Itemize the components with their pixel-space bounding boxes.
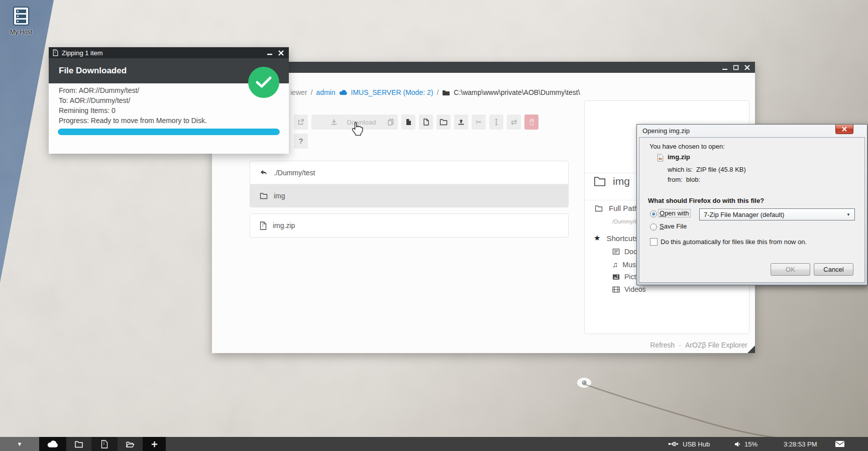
zipping-window: Zipping 1 item File Downloaded From: AOR… (49, 47, 289, 154)
firefox-opening-dialog: Opening img.zip You have chosen to open:… (636, 124, 867, 285)
from-line: From: AOR://Dummy/test/ (59, 86, 139, 94)
dialog-body: You have chosen to open: img.zip which i… (639, 137, 865, 283)
full-path-label: Full Path (609, 204, 638, 212)
list-item-img-folder[interactable]: img (250, 184, 568, 207)
rename-button[interactable] (489, 115, 503, 130)
help-button[interactable]: ? (294, 134, 308, 149)
speaker-icon (734, 441, 741, 447)
copy-button[interactable] (384, 115, 398, 130)
check-icon (255, 76, 272, 89)
taskbar-usb[interactable]: USB Hub (668, 437, 710, 451)
file-name: img.zip (668, 153, 690, 161)
save-file-radio[interactable] (650, 223, 657, 231)
zip-file-icon (657, 154, 664, 162)
save-text: ave File (664, 222, 687, 230)
do-automatically-label[interactable]: Do this automatically for files like thi… (661, 238, 807, 246)
explorer-titlebar[interactable] (212, 62, 755, 73)
app-name: ArOZβ File Explorer (685, 341, 747, 349)
list-item-img-zip[interactable]: img.zip (250, 214, 568, 237)
list-item-parent-dir[interactable]: ./Dummy/test (250, 161, 568, 184)
taskbar-item-open-folder[interactable] (118, 437, 143, 451)
open-with-label[interactable]: Open with (659, 209, 690, 217)
file-name: ./Dummy/test (274, 169, 315, 177)
to-line: To: AOR://Dummy/test/ (59, 96, 130, 104)
taskbar-volume[interactable]: 15% (734, 437, 757, 451)
open-external-button[interactable] (294, 115, 308, 130)
folder-icon (595, 205, 603, 212)
cancel-button[interactable]: Cancel (814, 263, 853, 276)
taskbar-item-new[interactable] (143, 437, 166, 451)
upload-button[interactable] (454, 115, 468, 130)
clock-value: 3:28:53 PM (784, 440, 817, 448)
external-link-icon (297, 118, 305, 126)
open-with-dropdown[interactable]: 7-Zip File Manager (default) ▼ (699, 208, 855, 220)
minimize-icon[interactable] (267, 50, 273, 56)
selected-item-title: img (593, 175, 630, 187)
breadcrumb: iewer / admin IMUS_SERVER (Mode: 2) / C:… (290, 88, 580, 96)
progress-bar (58, 129, 280, 135)
question-text: What should Firefox do with this file? (648, 197, 764, 204)
star-icon: ★ (594, 234, 600, 243)
delete-button[interactable] (524, 115, 538, 130)
usb-label: USB Hub (683, 440, 710, 448)
which-is-label: which is: (668, 166, 693, 173)
close-icon[interactable] (744, 65, 750, 70)
breadcrumb-clipped-text[interactable]: iewer (290, 88, 307, 96)
chevron-down-icon: ▼ (846, 212, 850, 217)
remaining-line: Remining Items: 0 (59, 106, 116, 115)
cut-button[interactable]: ✂ (472, 115, 486, 130)
full-path-row: Full Path (595, 204, 638, 212)
copy-icon (387, 118, 395, 126)
save-accesskey: S (660, 222, 664, 230)
zip-file-icon (53, 49, 58, 56)
minimize-icon[interactable] (722, 65, 728, 70)
taskbar-item-cloud[interactable] (39, 437, 66, 451)
breadcrumb-user[interactable]: admin (316, 88, 335, 96)
swap-button[interactable]: ⇄ (507, 115, 521, 130)
pictures-icon (612, 274, 620, 280)
paste-button[interactable] (401, 115, 415, 130)
new-folder-button[interactable] (437, 115, 451, 130)
close-icon (842, 127, 847, 132)
volume-value: 15% (744, 440, 757, 448)
taskbar-expand-button[interactable]: ▼ (0, 437, 39, 451)
new-file-button[interactable] (419, 115, 433, 130)
taskbar-messages[interactable] (835, 437, 845, 451)
ok-button[interactable]: OK (771, 263, 810, 276)
close-button[interactable] (835, 125, 853, 134)
open-folder-icon (126, 440, 135, 448)
cloud-icon (47, 440, 59, 448)
new-file-icon (422, 118, 430, 126)
close-icon[interactable] (278, 50, 284, 56)
arrow-down-icon: ▼ (17, 441, 23, 447)
new-folder-icon (440, 119, 448, 126)
documents-icon (612, 248, 620, 255)
zipping-titlebar[interactable]: Zipping 1 item (49, 47, 289, 58)
breadcrumb-server[interactable]: IMUS_SERVER (Mode: 2) (351, 88, 433, 96)
taskbar-item-zip[interactable] (91, 437, 118, 451)
plus-icon (151, 440, 158, 448)
trash-icon (528, 118, 535, 126)
file-list-2: img.zip (250, 213, 569, 238)
back-arrow-icon (260, 169, 268, 176)
server-icon (12, 6, 31, 27)
desktop-icon-my-host[interactable]: My Host (5, 6, 37, 36)
sidebar-item-videos[interactable]: Videos (612, 285, 646, 293)
from-value: blob: (686, 176, 700, 183)
resize-handle[interactable] (747, 346, 755, 353)
open-with-accesskey: O (660, 209, 665, 217)
save-file-label[interactable]: Save File (660, 222, 687, 230)
videos-icon (612, 286, 620, 293)
maximize-icon[interactable] (733, 65, 739, 70)
from-label: from: (668, 176, 683, 183)
taskbar-clock[interactable]: 3:28:53 PM (784, 437, 817, 451)
taskbar-item-folder[interactable] (66, 437, 91, 451)
open-with-radio[interactable] (650, 210, 657, 217)
file-name: img.zip (273, 221, 295, 230)
breadcrumb-path[interactable]: C:\wamp\www\private\AOB\Dummy\test\ (454, 88, 580, 96)
upload-icon (457, 118, 465, 126)
intro-text: You have chosen to open: (649, 143, 725, 150)
refresh-link[interactable]: Refresh (650, 341, 675, 349)
do-automatically-checkbox[interactable] (650, 238, 658, 246)
folder-icon (260, 192, 268, 199)
